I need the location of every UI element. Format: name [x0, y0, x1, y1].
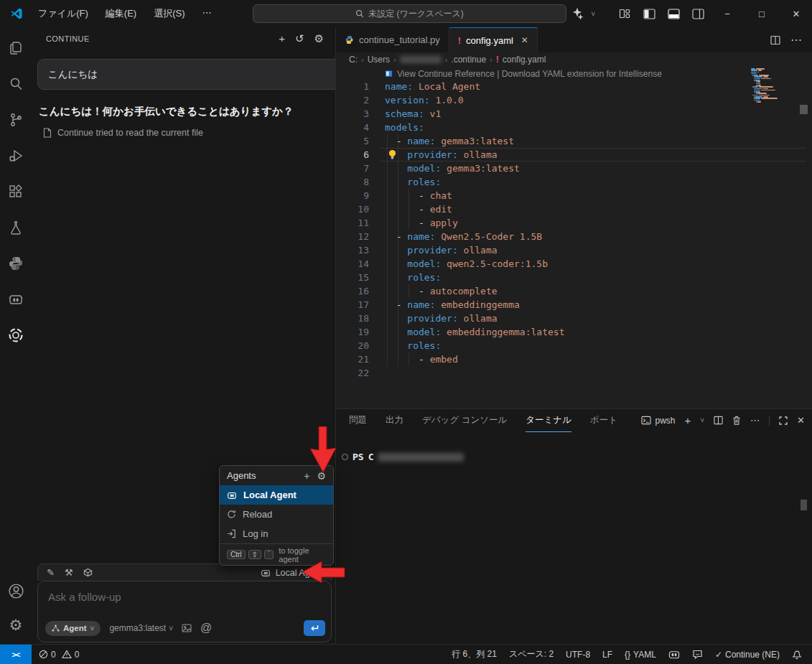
encoding[interactable]: UTF-8: [566, 650, 590, 660]
copilot-status-icon[interactable]: [668, 650, 680, 660]
code-line: - edit: [379, 202, 806, 216]
panel-tab-problems[interactable]: 問題: [349, 409, 367, 431]
copilot-icon[interactable]: [566, 4, 588, 23]
code-line: roles:: [379, 339, 806, 352]
breadcrumb-file[interactable]: config.yaml: [503, 55, 546, 65]
panel-tab-debug-console[interactable]: デバッグ コンソール: [422, 409, 507, 431]
notifications-bell-icon[interactable]: [792, 650, 802, 660]
toggle-secondary-sidebar-icon[interactable]: [687, 4, 709, 23]
accounts-icon[interactable]: [6, 581, 25, 600]
lightbulb-icon[interactable]: [388, 149, 397, 160]
customize-layout-icon[interactable]: [614, 4, 635, 23]
indent-guide: [409, 284, 409, 298]
user-message-bubble[interactable]: こんにちは: [37, 59, 342, 90]
code-line: - apply: [379, 216, 806, 230]
code-line: model: embeddinggemma:latest: [379, 325, 806, 339]
breadcrumb-dotdir[interactable]: .continue: [451, 55, 486, 65]
tool-note[interactable]: Continue tried to read the current file: [43, 128, 203, 138]
search-view-icon[interactable]: [6, 75, 25, 93]
source-control-icon[interactable]: [6, 111, 25, 129]
panel-more-actions-icon[interactable]: ⋯: [750, 415, 760, 426]
code-line: - name: Qwen2.5-Coder 1.5B: [379, 230, 806, 243]
mode-selector[interactable]: Agent ˅: [45, 621, 101, 636]
language-mode[interactable]: {} YAML: [625, 650, 656, 660]
cursor-position[interactable]: 行 6、列 21: [452, 648, 497, 660]
agents-popup-title: Agents: [227, 470, 256, 481]
testing-icon[interactable]: [6, 218, 25, 237]
tools-icon[interactable]: ⚒: [65, 567, 73, 578]
continue-status[interactable]: ✓ Continue (NE): [715, 650, 780, 660]
agents-item-local-agent[interactable]: Local Agent: [220, 485, 333, 505]
split-terminal-icon[interactable]: [714, 416, 723, 425]
breadcrumb[interactable]: C: › Users › › .continue › ! config.yaml: [336, 52, 812, 66]
sign-in-icon: [227, 529, 236, 538]
feedback-icon[interactable]: [692, 650, 703, 660]
continue-view-icon[interactable]: [6, 326, 25, 345]
python-view-icon[interactable]: [6, 254, 25, 273]
tab-close-icon[interactable]: ✕: [521, 35, 528, 45]
kill-terminal-icon[interactable]: [732, 416, 741, 425]
terminal-scrollbar[interactable]: [801, 500, 807, 510]
breadcrumb-drive[interactable]: C:: [349, 55, 358, 65]
close-window-button[interactable]: ✕: [780, 1, 812, 27]
cube-icon[interactable]: [83, 568, 93, 577]
mention-icon[interactable]: @: [200, 622, 212, 635]
continue-settings-icon[interactable]: ⚙: [314, 32, 324, 45]
new-terminal-icon[interactable]: +: [684, 414, 691, 426]
toggle-sidebar-icon[interactable]: [638, 4, 660, 23]
red-arrow-left: [302, 560, 345, 586]
menu-more[interactable]: ⋯: [196, 5, 218, 22]
indentation[interactable]: スペース: 2: [509, 648, 554, 660]
model-selector[interactable]: gemma3:latest ˅: [109, 623, 173, 633]
send-button[interactable]: [304, 620, 325, 636]
menu-edit[interactable]: 編集(E): [99, 5, 143, 22]
editor-hint[interactable]: View Continue Reference | Download YAML …: [385, 67, 662, 80]
settings-gear-icon[interactable]: ⚙: [6, 616, 25, 635]
panel-tab-terminal[interactable]: ターミナル: [526, 409, 571, 432]
copilot-chevron-icon[interactable]: ˅: [591, 10, 595, 18]
eol-sequence[interactable]: LF: [602, 650, 612, 660]
agents-item-label: Reload: [243, 509, 272, 520]
edit-icon[interactable]: ✎: [47, 567, 55, 578]
minimap[interactable]: [751, 68, 794, 105]
red-arrow-down: [304, 426, 342, 475]
new-session-icon[interactable]: +: [279, 32, 285, 45]
book-icon: [385, 70, 393, 78]
command-center-search[interactable]: 未設定 (ワークスペース): [253, 4, 566, 23]
problems-status[interactable]: 0 0: [39, 650, 79, 660]
close-panel-icon[interactable]: ✕: [797, 415, 805, 426]
code-editor[interactable]: View Continue Reference | Download YAML …: [336, 66, 812, 409]
tab-config-yaml[interactable]: ! config.yaml ✕: [449, 27, 538, 52]
assistant-message: こんにちは！何かお手伝いできることはありますか？: [39, 105, 325, 118]
editor-scrollbar[interactable]: [800, 105, 808, 114]
terminal-content[interactable]: PS C: [342, 452, 464, 462]
extensions-icon[interactable]: [6, 182, 25, 201]
robot-view-icon[interactable]: [6, 290, 25, 309]
minimize-button[interactable]: −: [711, 1, 743, 27]
menu-file[interactable]: ファイル(F): [32, 5, 95, 22]
terminal-dropdown-icon[interactable]: ˅: [700, 416, 704, 424]
panel-tab-output[interactable]: 出力: [386, 409, 403, 431]
history-icon[interactable]: ↺: [295, 32, 304, 45]
explorer-icon[interactable]: [6, 39, 25, 57]
shell-selector[interactable]: pwsh: [641, 416, 675, 426]
maximize-button[interactable]: □: [746, 1, 778, 27]
menu-selection[interactable]: 選択(S): [147, 5, 191, 22]
agents-item-reload[interactable]: Reload: [220, 505, 333, 524]
model-label: gemma3:latest: [109, 623, 166, 633]
code-line: model: gemma3:latest: [379, 162, 806, 175]
maximize-panel-icon[interactable]: [779, 416, 788, 425]
agents-item-login[interactable]: Log in: [220, 524, 333, 543]
attach-image-icon[interactable]: [182, 622, 192, 635]
breadcrumb-users[interactable]: Users: [368, 55, 390, 65]
code-line: - autocomplete: [379, 284, 806, 298]
split-editor-icon[interactable]: [770, 35, 780, 45]
divider: [769, 416, 770, 426]
editor-more-actions-icon[interactable]: ⋯: [790, 33, 802, 47]
remote-indicator[interactable]: ><: [0, 645, 32, 664]
toggle-panel-icon[interactable]: [663, 4, 684, 23]
tab-continue-tutorial[interactable]: continue_tutorial.py: [336, 27, 449, 52]
panel-tab-ports[interactable]: ポート: [590, 409, 617, 431]
run-debug-icon[interactable]: [6, 146, 25, 165]
composer-input[interactable]: Ask a follow-up Agent ˅ gemma3:latest ˅ …: [37, 581, 332, 642]
